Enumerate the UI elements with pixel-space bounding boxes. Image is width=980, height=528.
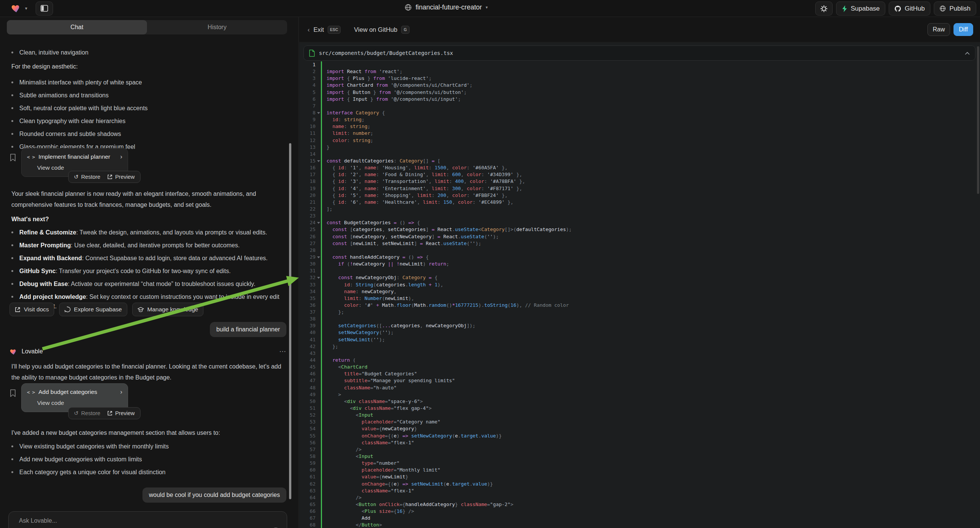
chevron-up-icon	[965, 51, 970, 55]
code-line: 1	[304, 61, 975, 68]
code-line: 55 onChange={(e) => setNewCategory(e.tar…	[304, 433, 975, 439]
fold-chevron-icon[interactable]	[315, 254, 321, 261]
preview-button[interactable]: Preview	[107, 410, 135, 416]
fold-gutter	[315, 103, 321, 110]
code-line: 9 id: string;	[304, 116, 975, 123]
chevron-down-icon[interactable]: ▾	[25, 6, 27, 11]
collapse-file-button[interactable]	[965, 51, 970, 55]
tab-history[interactable]: History	[147, 20, 287, 35]
fold-gutter	[315, 494, 321, 501]
chevron-right-icon[interactable]: ›	[120, 388, 123, 396]
fold-gutter	[315, 467, 321, 474]
code-line: 16 { id: '1', name: 'Housing', limit: 15…	[304, 164, 975, 171]
restore-icon: ↺	[74, 174, 78, 180]
code-line: 43	[304, 350, 975, 357]
bookmark-icon[interactable]	[10, 153, 16, 162]
chevron-right-icon[interactable]: ›	[120, 153, 123, 161]
code-line: 63 className="flex-1"	[304, 487, 975, 494]
assistant-message: I've added a new budget categories manag…	[11, 427, 283, 438]
external-link-icon	[107, 410, 113, 416]
fold-gutter	[315, 350, 321, 357]
fold-gutter	[315, 481, 321, 487]
view-code-link[interactable]: View code	[37, 164, 123, 171]
fold-gutter	[315, 75, 321, 82]
code-line: 62 onChange={(e) => setNewLimit(e.target…	[304, 481, 975, 487]
exit-button[interactable]: ‹ Exit ESC	[308, 26, 340, 34]
github-icon	[894, 5, 901, 12]
view-on-github-button[interactable]: View on GitHub G	[354, 26, 409, 34]
fold-gutter	[315, 192, 321, 199]
user-message-bubble: build a financial planner	[210, 322, 286, 337]
code-line: 50 <div className="space-y-6">	[304, 398, 975, 405]
restore-button[interactable]: ↺Restore	[74, 410, 100, 416]
code-icon: < >	[27, 154, 35, 160]
code-scrollbar[interactable]	[977, 46, 979, 194]
code-line: 52 <Input	[304, 412, 975, 418]
prompt-input[interactable]: Ask Lovable... Attach Edit Default ▾ ↑	[8, 511, 287, 528]
esc-kbd: ESC	[328, 26, 340, 34]
manage-knowledge-button[interactable]: Manage knowledge	[132, 303, 204, 316]
project-name: financial-future-creator	[415, 3, 482, 11]
diff-toggle-button[interactable]: Diff	[953, 23, 973, 36]
code-line: 28	[304, 247, 975, 254]
prompt-placeholder: Ask Lovable...	[19, 517, 57, 524]
code-line: 56 className="flex-1"	[304, 439, 975, 446]
chat-scrollbar[interactable]	[289, 143, 291, 499]
graduation-cap-icon	[137, 307, 144, 312]
chevron-down-icon: ▾	[486, 5, 488, 10]
code-line: 21 { id: '6', name: 'Healthcare', limit:…	[304, 199, 975, 206]
code-line: 45 <ChartCard	[304, 364, 975, 371]
explore-supabase-button[interactable]: Explore Supabase	[59, 303, 127, 316]
bookmark-icon[interactable]	[10, 389, 16, 397]
view-code-link[interactable]: View code	[37, 399, 123, 406]
fold-gutter	[315, 164, 321, 171]
fold-gutter	[315, 460, 321, 467]
fold-gutter	[315, 233, 321, 240]
github-button[interactable]: GitHub	[889, 2, 931, 16]
fold-gutter	[315, 295, 321, 302]
fold-gutter	[315, 267, 321, 274]
assistant-header: Lovable ⋯	[10, 347, 287, 356]
list-item: Master Prompting: Use clear, detailed, a…	[8, 240, 282, 250]
code-line: 31	[304, 267, 975, 274]
file-path: src/components/budget/BudgetCategories.t…	[319, 50, 453, 56]
fold-gutter	[315, 433, 321, 439]
fold-gutter	[315, 385, 321, 391]
fold-gutter	[315, 446, 321, 453]
tab-chat[interactable]: Chat	[7, 20, 147, 35]
g-kbd: G	[401, 26, 409, 34]
publish-button[interactable]: Publish	[934, 2, 976, 16]
fold-gutter	[315, 412, 321, 418]
fold-chevron-icon[interactable]	[315, 219, 321, 226]
raw-toggle-button[interactable]: Raw	[928, 23, 950, 36]
fold-gutter	[315, 453, 321, 460]
toggle-sidebar-button[interactable]	[36, 2, 53, 16]
lovable-heart-icon	[10, 348, 18, 356]
code-line: 39 setCategories([...categories, newCate…	[304, 322, 975, 329]
fold-gutter	[315, 288, 321, 295]
visit-docs-button[interactable]: Visit docs	[10, 303, 54, 316]
fold-chevron-icon[interactable]	[315, 274, 321, 281]
fold-gutter	[315, 123, 321, 130]
fold-gutter	[315, 439, 321, 446]
code-line: 19 { id: '4', name: 'Entertainment', lim…	[304, 185, 975, 192]
code-line: 67 Add	[304, 515, 975, 522]
fold-chevron-icon[interactable]	[315, 110, 321, 116]
settings-button[interactable]	[815, 2, 833, 16]
preview-button[interactable]: Preview	[107, 174, 135, 180]
file-path-bar[interactable]: src/components/budget/BudgetCategories.t…	[304, 45, 975, 60]
gear-icon	[820, 5, 828, 13]
code-line: 58 <Input	[304, 453, 975, 460]
version-card-title: Implement financial planner	[38, 153, 110, 160]
more-options-icon[interactable]: ⋯	[279, 347, 287, 356]
list-item: Expand with Backend: Connect Supabase to…	[8, 253, 282, 263]
fold-chevron-icon[interactable]	[315, 157, 321, 164]
code-line: 20 { id: '5', name: 'Shopping', limit: 2…	[304, 192, 975, 199]
lovable-logo-icon[interactable]	[11, 3, 22, 14]
project-switcher[interactable]: financial-future-creator ▾	[404, 3, 488, 11]
restore-button[interactable]: ↺Restore	[74, 174, 100, 180]
code-line: 8interface Category {	[304, 110, 975, 116]
supabase-button[interactable]: Supabase	[836, 2, 886, 16]
fold-gutter	[315, 144, 321, 151]
list-item: Clean, intuitive navigation	[8, 48, 280, 57]
